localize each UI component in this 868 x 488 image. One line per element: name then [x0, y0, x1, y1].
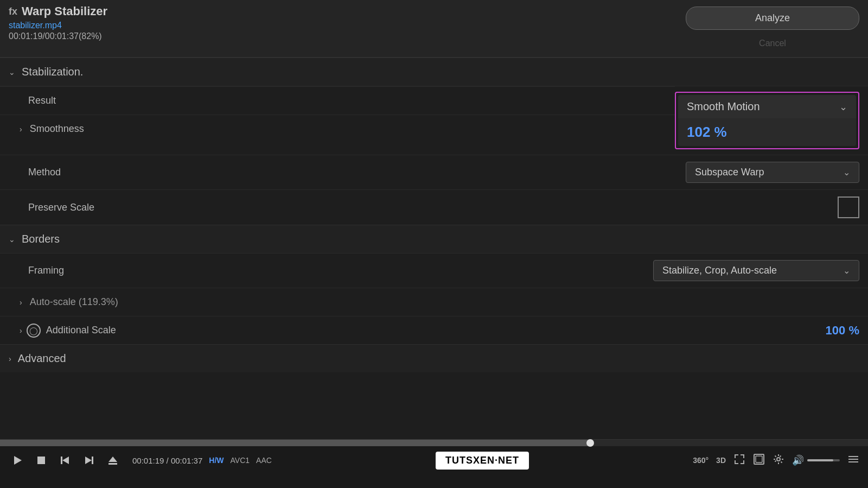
method-row: Method Subspace Warp ⌄ [0, 155, 868, 189]
advanced-section-header[interactable]: › Advanced [0, 344, 868, 372]
svg-rect-4 [92, 457, 93, 464]
stop-icon [36, 455, 46, 465]
hamburger-icon [847, 453, 859, 465]
additional-scale-chevron-icon: › [20, 326, 22, 335]
progress-fill [0, 440, 590, 446]
svg-rect-11 [743, 454, 744, 458]
volume-fill [807, 459, 833, 461]
safe-margins-button[interactable] [753, 453, 765, 468]
autoscale-chevron-icon: › [20, 298, 22, 307]
svg-marker-5 [85, 457, 92, 464]
next-button[interactable] [80, 452, 98, 469]
codec-badge: AVC1 [231, 456, 250, 465]
analyze-button[interactable]: Analyze [686, 7, 859, 30]
buttons-area: Analyze Cancel [686, 7, 859, 53]
settings-button[interactable] [773, 453, 784, 468]
cancel-button[interactable]: Cancel [686, 34, 859, 53]
autoscale-row: › Auto-scale (119.3%) [0, 288, 868, 316]
svg-marker-0 [14, 456, 22, 465]
autoscale-label: Auto-scale (119.3%) [30, 296, 859, 308]
total-time: 00:01:37 [171, 456, 202, 465]
playback-time: 00:01:19 / 00:01:37 [132, 456, 202, 465]
svg-rect-7 [108, 463, 117, 465]
result-dropdown[interactable]: Smooth Motion ⌄ [678, 95, 856, 118]
framing-row: Framing Stabilize, Crop, Auto-scale ⌄ [0, 253, 868, 288]
method-dropdown-chevron-icon: ⌄ [843, 167, 850, 178]
result-label: Result [28, 95, 666, 106]
result-dropdown-chevron-icon: ⌄ [839, 101, 847, 113]
framing-label: Framing [28, 265, 653, 276]
smoothness-row: › Smoothness [0, 115, 675, 143]
svg-rect-17 [756, 456, 762, 462]
volume-icon: 🔊 [792, 454, 804, 466]
borders-section-header[interactable]: ⌄ Borders [0, 225, 868, 253]
framing-dropdown-value: Stabilize, Crop, Auto-scale [662, 265, 777, 276]
additional-scale-label: Additional Scale [46, 325, 826, 336]
current-time: 00:01:19 [132, 456, 164, 465]
method-label: Method [28, 167, 686, 178]
3d-badge: 3D [716, 456, 726, 465]
svg-rect-21 [848, 461, 858, 462]
prev-icon [60, 455, 71, 466]
borders-chevron-icon: ⌄ [9, 235, 15, 244]
fit-button[interactable] [733, 453, 745, 468]
svg-rect-15 [743, 460, 744, 464]
svg-rect-1 [37, 457, 45, 464]
time-separator: / [167, 456, 171, 465]
borders-label: Borders [22, 233, 60, 245]
preserve-scale-label: Preserve Scale [28, 202, 838, 213]
volume-area: 🔊 [792, 454, 840, 466]
controls-row: 00:01:19 / 00:01:37 H/W AVC1 AAC TUTSXEN… [0, 446, 868, 474]
smoothness-chevron-icon: › [20, 125, 22, 134]
eject-icon [107, 455, 118, 466]
play-button[interactable] [9, 452, 26, 469]
audio-badge: AAC [256, 456, 272, 465]
warp-stabilizer-title: Warp Stabilizer [22, 4, 107, 18]
next-icon [84, 455, 94, 466]
progress-bar-area[interactable] [0, 440, 868, 446]
fit-icon [733, 453, 745, 465]
result-dropdown-value: Smooth Motion [687, 100, 760, 113]
framing-dropdown-chevron-icon: ⌄ [843, 265, 850, 276]
additional-scale-row: › ◯ Additional Scale 100 % [0, 316, 868, 344]
main-content: ⌄ Stabilization. Result › Smoothness Smo… [0, 58, 868, 372]
preserve-scale-checkbox[interactable] [838, 197, 859, 218]
fx-badge: fx [9, 6, 17, 17]
eject-button[interactable] [104, 452, 122, 469]
svg-rect-2 [61, 457, 62, 464]
top-header: fx Warp Stabilizer stabilizer.mp4 00:01:… [0, 0, 868, 58]
brand-badge: TUTSXEN·NET [436, 452, 529, 470]
additional-scale-value[interactable]: 100 % [826, 324, 859, 338]
volume-bar[interactable] [807, 459, 840, 461]
result-row: Result [0, 86, 675, 115]
bottom-bar: 00:01:19 / 00:01:37 H/W AVC1 AAC TUTSXEN… [0, 439, 868, 488]
advanced-label: Advanced [18, 352, 66, 365]
result-smoothness-highlight: Smooth Motion ⌄ 102 % [675, 92, 859, 149]
play-icon [12, 455, 23, 466]
hw-badge: H/W [209, 456, 224, 465]
menu-button[interactable] [847, 453, 859, 468]
svg-marker-6 [108, 457, 117, 462]
svg-rect-9 [735, 454, 736, 458]
method-dropdown[interactable]: Subspace Warp ⌄ [686, 162, 859, 183]
stop-button[interactable] [33, 452, 50, 469]
method-dropdown-value: Subspace Warp [695, 167, 764, 178]
right-controls: 360° 3D [693, 453, 859, 468]
safe-margins-icon [753, 453, 765, 465]
stabilization-chevron-icon: ⌄ [9, 68, 15, 77]
framing-dropdown[interactable]: Stabilize, Crop, Auto-scale ⌄ [653, 260, 859, 281]
prev-button[interactable] [56, 452, 74, 469]
file-name: stabilizer.mp4 [9, 21, 107, 30]
preserve-scale-row: Preserve Scale [0, 189, 868, 225]
svg-marker-3 [62, 457, 69, 464]
progress-dot [586, 439, 594, 447]
svg-rect-13 [735, 460, 736, 464]
settings-icon [773, 453, 784, 465]
smoothness-value[interactable]: 102 % [678, 118, 856, 146]
svg-rect-20 [848, 459, 858, 460]
stabilization-section-header[interactable]: ⌄ Stabilization. [0, 58, 868, 86]
additional-scale-ring-icon: ◯ [27, 324, 41, 338]
360-badge: 360° [693, 456, 709, 465]
svg-point-18 [777, 458, 780, 461]
stabilization-label: Stabilization. [22, 66, 83, 78]
